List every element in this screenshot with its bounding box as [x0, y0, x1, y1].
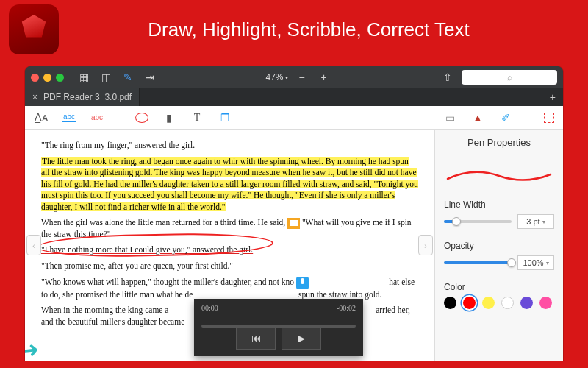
chevron-down-icon: ▾	[285, 74, 288, 81]
chevron-down-icon: ▾	[546, 260, 549, 266]
shape-oval-tool[interactable]	[135, 113, 148, 123]
color-swatch[interactable]	[520, 297, 533, 309]
highlight-tool[interactable]: abc	[62, 113, 76, 122]
doc-paragraph: "Who knows what will happen," thought th…	[41, 277, 418, 301]
promo-banner: Draw, Highlight, Scribble, Correct Text	[0, 0, 588, 59]
next-page-button[interactable]: ›	[418, 235, 433, 255]
pen-preview	[444, 166, 554, 186]
panel-title: Pen Properties	[444, 137, 554, 148]
zoom-out-button[interactable]: −	[294, 69, 310, 85]
audio-elapsed: 00:00	[201, 303, 218, 314]
color-swatch[interactable]	[539, 297, 552, 309]
app-window: ▦ ◫ ✎ ⇥ 47% ▾ − + ⇧ ⌕ × PDF Reader 3_3.0…	[25, 66, 563, 361]
app-ruby-icon	[9, 4, 59, 54]
color-swatch[interactable]	[463, 297, 476, 309]
doc-paragraph: "Then promise me, after you are queen, y…	[41, 261, 418, 272]
line-width-value[interactable]: 3 pt▾	[517, 214, 554, 229]
text-box-tool[interactable]: T	[190, 112, 204, 124]
minimize-window-button[interactable]	[43, 74, 51, 82]
thumbnails-view-button[interactable]: ▦	[76, 69, 92, 85]
strikethrough-tool[interactable]: abc	[90, 113, 104, 121]
sidebar-toggle-button[interactable]: ◫	[98, 69, 114, 85]
window-controls	[31, 74, 64, 82]
zoom-level[interactable]: 47% ▾	[265, 72, 287, 82]
audio-player[interactable]: 00:00 -00:02 ⏮ ▶	[194, 299, 363, 356]
properties-panel: Pen Properties Line Width 3 pt▾ Opacity	[434, 130, 563, 361]
copy-tool[interactable]: ❐	[218, 112, 232, 124]
selection-tool[interactable]	[544, 113, 554, 123]
sticky-note-annotation[interactable]	[287, 218, 300, 229]
opacity-value[interactable]: 100%▾	[517, 255, 554, 270]
doc-paragraph: "The ring from my finger," answered the …	[41, 140, 418, 152]
color-swatches	[444, 297, 554, 309]
annotation-toolbar: A̲ᴀ abc abc ▮ T ❐ ▭ ▲ ✐	[25, 106, 563, 130]
freehand-tool[interactable]: ✐	[498, 112, 513, 124]
document-tabstrip: × PDF Reader 3_3.0.pdf +	[25, 88, 563, 106]
comment-tool[interactable]: ▭	[442, 112, 457, 124]
export-button[interactable]: ⇥	[142, 69, 158, 85]
doc-paragraph: When the girl was alone the little man r…	[41, 217, 418, 240]
new-tab-button[interactable]: +	[542, 91, 563, 103]
opacity-slider[interactable]	[444, 261, 512, 264]
color-swatch[interactable]	[444, 297, 456, 309]
edit-mode-button[interactable]: ✎	[120, 69, 136, 85]
banner-title: Draw, Highlight, Scribble, Correct Text	[29, 18, 588, 41]
audio-remaining: -00:02	[337, 303, 356, 314]
window-titlebar: ▦ ◫ ✎ ⇥ 47% ▾ − + ⇧ ⌕	[25, 66, 563, 88]
color-label: Color	[444, 282, 554, 292]
color-swatch[interactable]	[501, 297, 514, 309]
close-tab-button[interactable]: ×	[32, 92, 37, 102]
line-width-slider[interactable]	[444, 220, 512, 223]
text-style-tool[interactable]: A̲ᴀ	[34, 111, 49, 124]
audio-prev-button[interactable]: ⏮	[236, 328, 276, 350]
tab-filename: PDF Reader 3_3.0.pdf	[43, 92, 132, 102]
search-input[interactable]: ⌕	[462, 70, 557, 85]
arrow-annotation[interactable]: ➜	[25, 335, 40, 361]
maximize-window-button[interactable]	[56, 74, 64, 82]
doc-paragraph: "I have nothing more that I could give y…	[41, 244, 418, 256]
search-icon: ⌕	[507, 72, 512, 82]
audio-play-button[interactable]: ▶	[282, 328, 321, 350]
document-tab[interactable]: × PDF Reader 3_3.0.pdf	[25, 88, 140, 106]
highlight-annotation[interactable]: The little man took the ring, and began …	[41, 157, 418, 211]
share-button[interactable]: ⇧	[440, 69, 456, 85]
audio-annotation-icon[interactable]	[296, 277, 309, 289]
underline-annotation[interactable]: "I have nothing more that I could give y…	[41, 245, 253, 254]
zoom-in-button[interactable]: +	[316, 69, 332, 85]
document-viewport[interactable]: "The ring from my finger," answered the …	[25, 130, 434, 361]
prev-page-button[interactable]: ‹	[26, 235, 41, 255]
chevron-down-icon: ▾	[542, 219, 545, 225]
line-width-label: Line Width	[444, 199, 554, 210]
opacity-label: Opacity	[444, 241, 554, 251]
stamp-tool[interactable]: ▲	[470, 112, 485, 124]
bookmark-tool[interactable]: ▮	[162, 112, 176, 124]
doc-paragraph: The little man took the ring, and began …	[41, 156, 418, 213]
color-swatch[interactable]	[482, 297, 495, 309]
zoom-value: 47%	[265, 72, 283, 82]
close-window-button[interactable]	[31, 74, 39, 82]
